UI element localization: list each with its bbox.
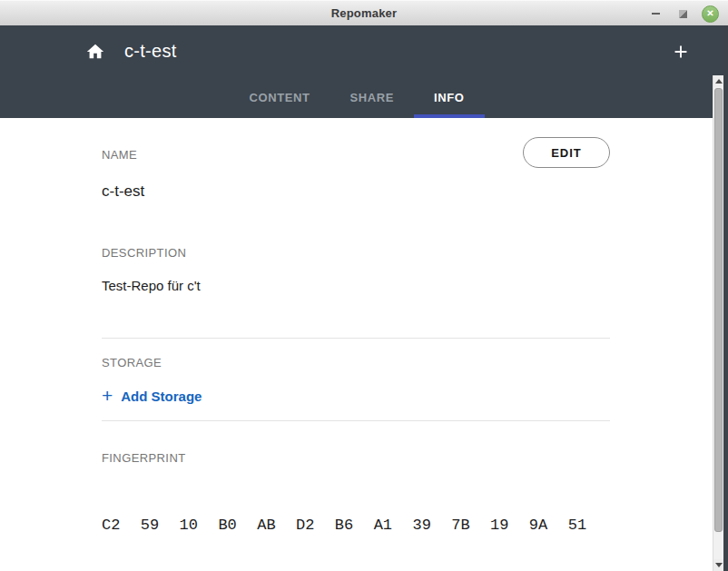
add-storage-label: Add Storage — [121, 389, 202, 404]
home-icon — [85, 42, 105, 62]
storage-label: STORAGE — [102, 356, 610, 369]
scrollbar-up-button[interactable] — [713, 75, 723, 87]
app-toolbar: c-t-est — [0, 25, 728, 77]
arrow-up-icon — [715, 79, 723, 84]
tab-content[interactable]: CONTENT — [230, 77, 330, 118]
home-button[interactable] — [84, 41, 106, 63]
name-value: c-t-est — [102, 182, 610, 201]
repo-title: c-t-est — [124, 41, 177, 62]
fingerprint-line: C2 59 10 B0 AB D2 B6 A1 39 7B 19 9A 51 — [102, 517, 610, 535]
tab-info-label: INFO — [434, 91, 464, 104]
scrollbar-down-button[interactable] — [713, 559, 723, 571]
edit-button[interactable]: EDIT — [523, 137, 610, 168]
fingerprint-label: FINGERPRINT — [102, 451, 610, 465]
info-panel: NAME EDIT c-t-est DESCRIPTION Test-Repo … — [0, 118, 713, 571]
name-label: NAME — [102, 137, 137, 162]
arrow-down-icon — [715, 563, 723, 567]
restore-button[interactable] — [674, 5, 692, 23]
section-divider — [102, 338, 610, 339]
minimize-icon — [652, 13, 660, 15]
window-title: Repomaker — [331, 6, 398, 20]
restore-icon — [679, 10, 687, 18]
close-icon: ✕ — [706, 9, 713, 18]
plus-icon: + — [102, 388, 113, 404]
tab-info[interactable]: INFO — [414, 77, 484, 118]
app-window: Repomaker ✕ c-t-est — [0, 0, 728, 571]
window-border — [723, 25, 728, 571]
description-label: DESCRIPTION — [102, 246, 610, 260]
minimize-button[interactable] — [647, 5, 664, 23]
name-section-header: NAME EDIT — [102, 137, 610, 168]
description-value: Test-Repo für c't — [102, 278, 610, 293]
tab-content-label: CONTENT — [250, 91, 310, 104]
window-controls: ✕ — [647, 1, 719, 26]
window-titlebar: Repomaker ✕ — [0, 0, 728, 25]
fingerprint-value: C2 59 10 B0 AB D2 B6 A1 39 7B 19 9A 51 8… — [102, 480, 610, 571]
tab-share-label: SHARE — [350, 91, 395, 104]
section-divider — [102, 420, 610, 421]
plus-icon — [671, 42, 691, 62]
scrollbar[interactable] — [713, 75, 723, 571]
add-repo-button[interactable] — [670, 41, 692, 63]
scrollbar-thumb[interactable] — [714, 88, 723, 532]
app-header: c-t-est CONTENT SHARE INFO — [0, 25, 728, 118]
tab-bar: CONTENT SHARE INFO — [0, 77, 713, 118]
tab-share[interactable]: SHARE — [330, 77, 415, 118]
add-storage-button[interactable]: + Add Storage — [102, 388, 202, 404]
close-button[interactable]: ✕ — [702, 5, 719, 23]
